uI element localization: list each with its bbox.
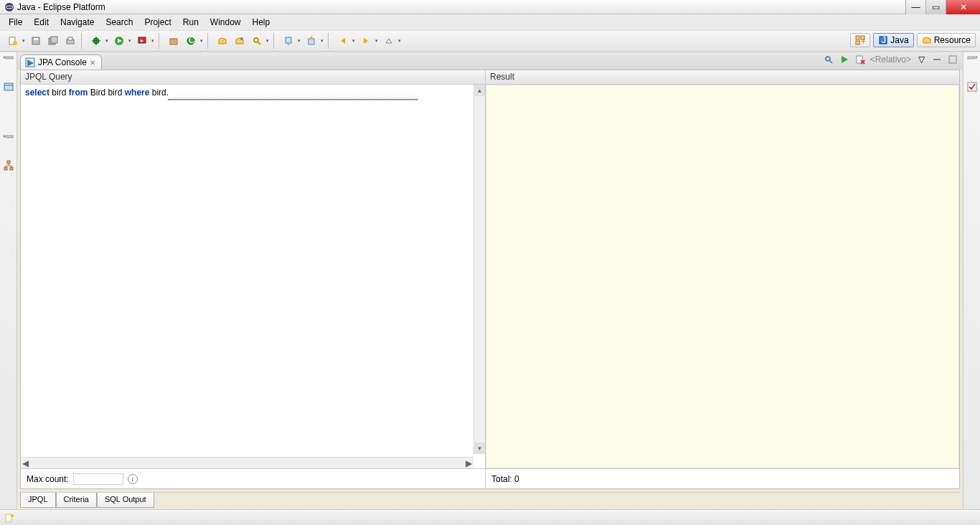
token-entity: Bird bird (88, 88, 124, 98)
window-close-button[interactable]: ✕ (946, 0, 980, 14)
search-button[interactable] (250, 34, 264, 48)
svg-rect-25 (308, 39, 314, 44)
svg-text:J: J (882, 35, 886, 45)
left-trim (0, 52, 17, 509)
max-count-input[interactable] (73, 473, 123, 485)
editor-vscrollbar[interactable]: ▲▼ (473, 85, 485, 454)
minimized-view-icon[interactable] (3, 55, 14, 67)
menu-help[interactable]: Help (247, 16, 276, 29)
view-menu-icon[interactable]: ▽ (915, 54, 927, 65)
prev-annotation-button[interactable] (304, 34, 319, 48)
svg-rect-7 (51, 37, 57, 43)
window-titlebar: Java - Eclipse Platform — ▭ ✕ (0, 0, 980, 14)
tab-criteria[interactable]: Criteria (56, 493, 97, 508)
tab-jpa-console[interactable]: ▶ JPA Console ✕ (20, 55, 102, 70)
svg-rect-44 (10, 167, 13, 170)
svg-line-52 (829, 60, 832, 63)
svg-text:+: + (861, 37, 865, 45)
svg-point-0 (5, 3, 14, 11)
tasks-icon[interactable] (966, 81, 978, 93)
minimize-view-icon[interactable] (931, 54, 943, 65)
svg-rect-36 (6, 57, 13, 59)
svg-rect-57 (933, 59, 941, 60)
maximize-view-icon[interactable] (947, 54, 958, 65)
menu-project[interactable]: Project (138, 16, 176, 29)
open-task-button[interactable] (232, 34, 247, 48)
perspective-resource-label: Resource (934, 35, 971, 45)
svg-rect-38 (4, 83, 13, 90)
tool-clear-icon[interactable] (854, 54, 866, 65)
autocomplete-item[interactable]: id: Long (169, 100, 417, 100)
info-icon[interactable]: i (128, 474, 138, 484)
minimized-view-right-icon[interactable] (966, 55, 978, 67)
tab-jpql[interactable]: JPQL (20, 493, 56, 508)
kw-from: from (69, 88, 88, 98)
autocomplete-popup: id: Long name: String food: Food (168, 99, 418, 100)
svg-rect-40 (6, 136, 13, 138)
svg-point-20 (240, 37, 243, 40)
jpa-console-icon: ▶ (25, 57, 35, 67)
tab-close-icon[interactable]: ✕ (90, 59, 95, 67)
forward-button[interactable] (359, 34, 373, 48)
external-tools-button[interactable] (135, 34, 149, 48)
svg-rect-42 (7, 161, 10, 164)
back-button[interactable] (336, 34, 350, 48)
editor-hscrollbar[interactable]: ◀▶ (21, 457, 473, 468)
svg-rect-59 (968, 57, 975, 59)
tab-label: JPA Console (38, 57, 87, 67)
tool-find-icon[interactable] (823, 54, 834, 65)
print-button[interactable] (63, 34, 77, 48)
kw-where: where (125, 88, 150, 98)
perspective-java-label: Java (890, 35, 908, 45)
total-label: Total: 0 (491, 474, 519, 484)
status-bar (0, 509, 980, 525)
max-count-label: Max count: (27, 474, 69, 484)
svg-rect-30 (856, 36, 859, 39)
menu-file[interactable]: File (3, 16, 28, 29)
perspective-resource[interactable]: Resource (917, 33, 976, 47)
svg-rect-9 (68, 37, 72, 40)
debug-button[interactable] (89, 34, 103, 48)
bottom-tab-bar: JPQL Criteria SQL Output (20, 492, 960, 508)
new-package-button[interactable] (166, 34, 181, 48)
menu-window[interactable]: Window (204, 16, 247, 29)
svg-marker-24 (287, 44, 290, 46)
tab-sql-output[interactable]: SQL Output (97, 493, 154, 508)
svg-rect-58 (949, 56, 956, 63)
right-trim (963, 52, 980, 509)
new-button[interactable] (6, 34, 20, 48)
menu-edit[interactable]: Edit (28, 16, 55, 29)
workbench-area: ▶ JPA Console ✕ <Relativo> ▽ JPQL Query … (0, 52, 980, 509)
status-icon (4, 513, 14, 523)
tool-run-icon[interactable] (839, 54, 850, 65)
svg-rect-5 (34, 38, 38, 40)
open-type-button[interactable] (215, 34, 230, 48)
main-toolbar: C + J Java Resource (0, 30, 980, 52)
window-title: Java - Eclipse Platform (17, 2, 105, 12)
svg-marker-53 (842, 56, 848, 63)
perspective-java[interactable]: J Java (873, 33, 913, 47)
next-annotation-button[interactable] (281, 34, 296, 48)
svg-marker-28 (364, 38, 368, 44)
svg-rect-43 (4, 167, 7, 170)
window-maximize-button[interactable]: ▭ (925, 0, 946, 14)
window-minimize-button[interactable]: — (905, 0, 925, 14)
packages-icon[interactable] (3, 81, 14, 93)
hierarchy-icon[interactable] (3, 160, 14, 171)
svg-point-63 (11, 514, 14, 517)
open-perspective-button[interactable]: + (850, 33, 870, 47)
menu-run[interactable]: Run (177, 16, 204, 29)
menubar: File Edit Navigate Search Project Run Wi… (0, 14, 980, 30)
menu-search[interactable]: Search (100, 16, 138, 29)
save-button[interactable] (29, 34, 43, 48)
run-button[interactable] (112, 34, 126, 48)
new-class-button[interactable]: C (184, 34, 198, 48)
svg-line-22 (258, 42, 260, 44)
minimized-view-icon-2[interactable] (3, 134, 14, 146)
svg-point-3 (13, 41, 17, 45)
up-button[interactable] (382, 34, 396, 48)
save-all-button[interactable] (46, 34, 60, 48)
query-editor[interactable]: select bird from Bird bird where bird. i… (21, 85, 485, 100)
menu-navigate[interactable]: Navigate (55, 16, 100, 29)
svg-marker-27 (341, 38, 345, 44)
